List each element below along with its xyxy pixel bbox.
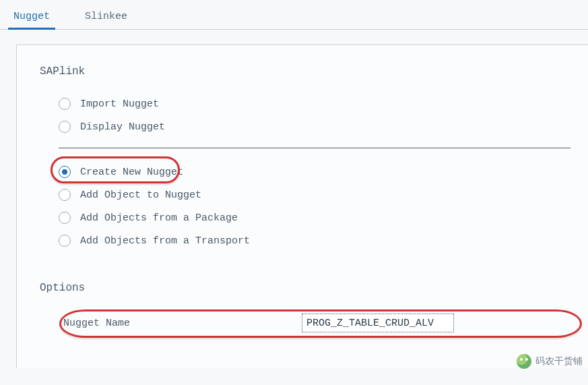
watermark: 码农干货铺 (517, 354, 583, 369)
tab-bar: Nugget Slinkee (0, 0, 588, 30)
radio-add-objects-from-package[interactable] (59, 212, 71, 224)
group-title-options: Options (40, 282, 588, 294)
radio-label-add-objects-from-transport: Add Objects from a Transport (80, 235, 250, 247)
radio-label-add-objects-from-package: Add Objects from a Package (80, 212, 238, 224)
radio-display-nugget[interactable] (59, 121, 71, 133)
separator (59, 148, 570, 148)
radio-label-add-object-to-nugget: Add Object to Nugget (80, 189, 201, 201)
radio-add-objects-from-transport[interactable] (59, 235, 71, 247)
radio-label-create-new-nugget: Create New Nugget (80, 167, 183, 178)
radio-label-display-nugget: Display Nugget (80, 121, 165, 133)
tab-slinkee[interactable]: Slinkee (81, 5, 131, 29)
input-nugget-name[interactable] (302, 314, 454, 332)
main-panel: SAPlink Import Nugget Display Nugget Cre… (16, 45, 588, 368)
radio-create-new-nugget[interactable] (59, 166, 71, 178)
label-nugget-name: Nugget Name (59, 318, 302, 329)
radio-label-import-nugget: Import Nugget (80, 98, 159, 110)
wechat-icon (517, 354, 531, 369)
tab-nugget[interactable]: Nugget (9, 5, 54, 29)
radio-group-bottom: Create New Nugget Add Object to Nugget A… (59, 160, 588, 252)
radio-group-top: Import Nugget Display Nugget (59, 92, 588, 138)
radio-import-nugget[interactable] (59, 98, 71, 110)
radio-add-object-to-nugget[interactable] (59, 189, 71, 201)
watermark-text: 码农干货铺 (535, 355, 583, 367)
group-title-saplink: SAPlink (40, 65, 588, 78)
